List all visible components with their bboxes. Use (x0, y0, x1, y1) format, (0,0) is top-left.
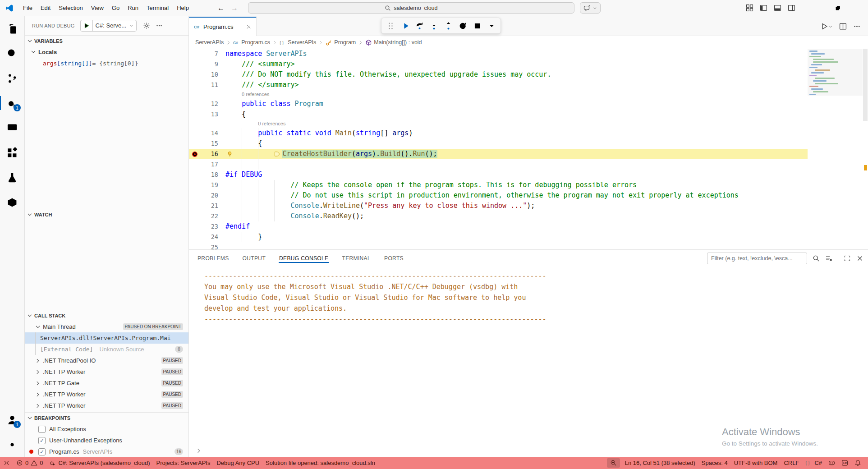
glyph-margin[interactable] (189, 180, 201, 190)
status-item-solution-file-opened-salesde[interactable]: Solution file opened: salesdemo_cloud.sl… (262, 457, 378, 469)
panel-tab-debug-console[interactable]: DEBUG CONSOLE (279, 251, 329, 266)
code-line-17[interactable]: 17 (189, 159, 868, 170)
panel-tab-output[interactable]: OUTPUT (242, 251, 266, 266)
status-item[interactable] (607, 458, 620, 468)
activity-remote-explorer[interactable] (0, 115, 24, 140)
glyph-margin[interactable] (189, 80, 201, 90)
code-line-19[interactable]: 19 // Keeps the console open if the prog… (189, 180, 868, 190)
customize-layout-icon[interactable] (746, 4, 753, 12)
console-input-chevron-icon[interactable] (195, 447, 202, 454)
code-line-14[interactable]: 14 public static void Main(string[] args… (189, 128, 868, 138)
debug-settings-gear-icon[interactable] (143, 22, 150, 29)
code-line-12[interactable]: 12 public class Program (189, 99, 868, 109)
debug-continue-button[interactable] (399, 19, 411, 32)
debug-step-over-button[interactable] (413, 19, 426, 32)
restore-button[interactable] (827, 0, 848, 16)
minimize-button[interactable] (807, 0, 827, 16)
status-item[interactable] (825, 460, 838, 466)
activity-testing[interactable] (0, 165, 24, 190)
breadcrumb-item[interactable]: ServerAPIs (195, 39, 224, 46)
menu-edit[interactable]: Edit (37, 3, 55, 13)
activity-run-and-debug[interactable]: 1 (0, 91, 24, 115)
glyph-margin[interactable] (189, 159, 201, 170)
close-tab-icon[interactable] (246, 24, 252, 30)
code-line-18[interactable]: 18 #if DEBUG (189, 170, 868, 180)
more-actions-icon[interactable] (156, 22, 163, 29)
panel-search-icon[interactable] (813, 255, 820, 262)
status-item[interactable]: C# (838, 460, 851, 466)
close-window-button[interactable] (848, 0, 868, 16)
call-stack-thread[interactable]: .NET TP WorkerPAUSED (25, 389, 188, 400)
glyph-margin[interactable] (189, 138, 201, 149)
debug-drag-button[interactable] (384, 19, 397, 32)
breakpoint-row[interactable]: ✓User-Unhandled Exceptions (25, 435, 188, 446)
code-line-22[interactable]: 22 Console.ReadKey(); (189, 211, 868, 221)
status-item-spaces-4[interactable]: Spaces: 4 (698, 460, 731, 466)
debug-chevron-down-button[interactable] (485, 19, 498, 32)
activity-search[interactable] (0, 41, 24, 66)
menu-run[interactable]: Run (124, 3, 142, 13)
breakpoint-hit-icon[interactable] (189, 149, 201, 159)
code-line-21[interactable]: 21 Console.WriteLine("Press any key to c… (189, 201, 868, 211)
toggle-secondary-sidebar-icon[interactable] (788, 4, 795, 12)
breakpoints-section-header[interactable]: BREAKPOINTS (25, 413, 188, 423)
close-panel-icon[interactable] (856, 255, 863, 262)
code-line-16[interactable]: 16 CreateHostBuilder(args).Build().Run()… (189, 149, 868, 159)
activity-accounts[interactable]: 1 (0, 407, 24, 432)
call-stack-thread[interactable]: .NET TP GatePAUSED (25, 377, 188, 389)
menu-file[interactable]: File (19, 3, 37, 13)
glyph-margin[interactable] (189, 201, 201, 211)
code-line-24[interactable]: 24 } (189, 232, 868, 242)
breakpoint-checkbox[interactable] (38, 426, 46, 433)
code-line-25[interactable]: 25 (189, 242, 868, 249)
run-file-button[interactable] (821, 23, 833, 30)
breakpoint-row[interactable]: ✓Program.csServerAPIs16 (25, 446, 188, 457)
status-item-c-[interactable]: { }C# (802, 460, 825, 466)
glyph-margin[interactable] (189, 128, 201, 138)
watch-section-header[interactable]: WATCH (25, 209, 188, 220)
glyph-margin[interactable] (189, 69, 201, 80)
breakpoint-checkbox[interactable]: ✓ (38, 448, 46, 455)
code-line-20[interactable]: 20 // Do not use this script in producti… (189, 190, 868, 201)
codelens[interactable]: 0 references (189, 90, 868, 99)
glyph-margin[interactable] (189, 109, 201, 120)
status-item-ln-16-col-51-38-selected-[interactable]: Ln 16, Col 51 (38 selected) (622, 460, 698, 466)
status-item-projects-serverapis[interactable]: Projects: ServerAPIs (153, 457, 214, 469)
debug-step-into-button[interactable] (427, 19, 440, 32)
tab-program-cs[interactable]: C# Program.cs (189, 17, 257, 36)
call-stack-frame[interactable]: ServerAPIs.dll!ServerAPIs.Program.Mai (25, 332, 188, 344)
activity-extensions[interactable] (0, 140, 24, 165)
maximize-panel-icon[interactable] (844, 255, 851, 262)
activity-containers[interactable] (0, 190, 24, 215)
code-line-23[interactable]: 23 #endif (189, 221, 868, 232)
activity-source-control[interactable] (0, 66, 24, 91)
breadcrumb-item[interactable]: Program (326, 39, 356, 46)
status-item-debug-any-cpu[interactable]: Debug Any CPU (213, 457, 262, 469)
call-stack-thread[interactable]: .NET ThreadPool IOPAUSED (25, 355, 188, 366)
debug-console-filter-input[interactable] (707, 253, 807, 264)
menu-selection[interactable]: Selection (55, 3, 87, 13)
debug-stop-button[interactable] (471, 19, 483, 32)
variables-section-header[interactable]: VARIABLES (25, 36, 188, 46)
menu-go[interactable]: Go (108, 3, 124, 13)
start-debugging-button[interactable] (81, 20, 93, 31)
panel-tab-problems[interactable]: PROBLEMS (197, 251, 230, 266)
breadcrumb-item[interactable]: C#Program.cs (233, 39, 270, 46)
call-stack-thread[interactable]: .NET TP WorkerPAUSED (25, 366, 188, 377)
glyph-margin[interactable] (189, 242, 201, 249)
status-item-utf-8-with-bom[interactable]: UTF-8 with BOM (731, 460, 781, 466)
launch-config-dropdown[interactable]: C#: Serve... (93, 22, 137, 29)
toggle-sidebar-icon[interactable] (760, 4, 767, 12)
status-item[interactable] (0, 457, 13, 469)
activity-settings[interactable] (0, 432, 24, 457)
call-stack-section-header[interactable]: CALL STACK (25, 310, 188, 321)
panel-tab-ports[interactable]: PORTS (384, 251, 404, 266)
glyph-margin[interactable] (189, 59, 201, 69)
call-stack-thread[interactable]: .NET TP WorkerPAUSED (25, 400, 188, 411)
glyph-margin[interactable] (189, 190, 201, 201)
debug-restart-button[interactable] (456, 19, 469, 32)
toggle-panel-icon[interactable] (774, 4, 781, 12)
call-stack-external-frame[interactable]: [External Code]Unknown Source0 (25, 344, 188, 355)
command-center[interactable]: salesdemo_cloud (248, 2, 574, 14)
glyph-margin[interactable] (189, 49, 201, 59)
